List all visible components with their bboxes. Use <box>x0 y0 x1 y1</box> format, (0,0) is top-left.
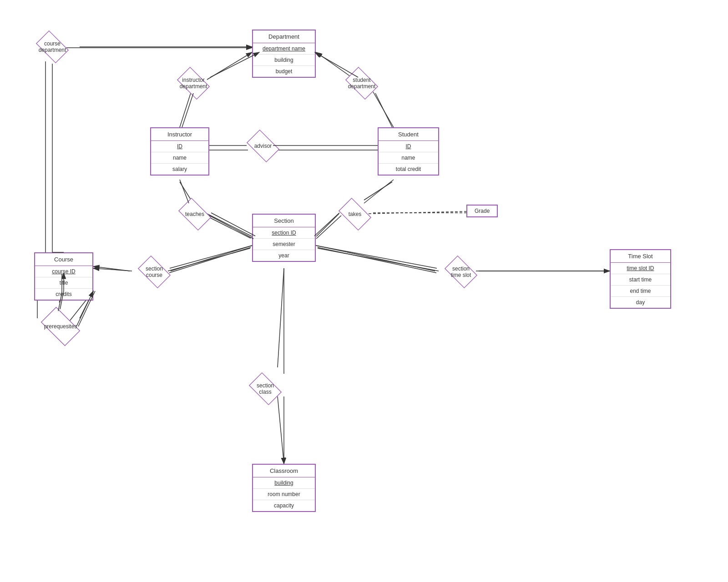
course-attr-id: course ID <box>35 266 92 277</box>
student-dept-diamond: studentdepartment <box>337 67 387 99</box>
section-entity: Section section ID semester year <box>252 214 316 262</box>
course-attr-credits: credits <box>35 289 92 300</box>
student-title: Student <box>379 128 438 141</box>
timeslot-attr-end: end time <box>611 286 670 297</box>
timeslot-attr-start: start time <box>611 274 670 286</box>
er-diagram: Department department name building budg… <box>0 0 728 582</box>
classroom-attr-room: room number <box>253 489 315 500</box>
teaches-diamond: teaches <box>172 199 217 229</box>
instructor-attr-id: ID <box>151 141 208 152</box>
classroom-title: Classroom <box>253 465 315 477</box>
instructor-title: Instructor <box>151 128 208 141</box>
svg-line-50 <box>316 246 437 268</box>
course-entity: Course course ID title credits <box>34 252 93 301</box>
takes-diamond: takes <box>332 199 378 229</box>
timeslot-title: Time Slot <box>611 250 670 263</box>
timeslot-attr-day: day <box>611 297 670 308</box>
instructor-attr-salary: salary <box>151 164 208 175</box>
classroom-attr-cap: capacity <box>253 500 315 511</box>
svg-line-48 <box>168 248 250 271</box>
svg-line-17 <box>171 246 252 271</box>
classroom-attr-building: building <box>253 477 315 489</box>
instructor-dept-diamond: instructordepartment <box>168 67 218 99</box>
svg-line-49 <box>93 268 132 271</box>
svg-line-19 <box>93 266 130 271</box>
dept-attr-name: department name <box>253 43 315 55</box>
svg-line-24 <box>278 396 284 464</box>
timeslot-attr-id: time slot ID <box>611 263 670 274</box>
svg-line-21 <box>318 247 436 273</box>
prereqs-diamond: prerequesites <box>31 309 90 343</box>
svg-line-47 <box>170 246 252 268</box>
svg-line-14 <box>364 182 392 200</box>
section-attr-semester: semester <box>253 239 315 250</box>
student-attr-name: name <box>379 152 438 164</box>
student-entity: Student ID name total credit <box>378 127 439 176</box>
dept-attr-building: building <box>253 55 315 66</box>
section-timeslot-diamond: sectiontime slot <box>436 256 486 288</box>
course-dept-diamond: coursedepartment <box>27 31 77 63</box>
svg-line-23 <box>278 268 284 367</box>
svg-line-18 <box>169 247 251 273</box>
student-attr-credit: total credit <box>379 164 438 175</box>
section-attr-year: year <box>253 250 315 261</box>
svg-line-11 <box>180 182 191 200</box>
svg-line-46 <box>369 211 466 214</box>
department-title: Department <box>253 30 315 43</box>
dept-attr-budget: budget <box>253 66 315 77</box>
instructor-attr-name: name <box>151 152 208 164</box>
svg-line-20 <box>316 246 435 271</box>
classroom-entity: Classroom building room number capacity <box>252 464 316 512</box>
course-title: Course <box>35 253 92 266</box>
department-entity: Department department name building budg… <box>252 30 316 78</box>
section-title: Section <box>253 215 315 227</box>
section-course-diamond: sectioncourse <box>129 256 179 288</box>
grade-entity: Grade <box>466 205 498 217</box>
section-class-diamond: sectionclass <box>240 373 290 405</box>
student-attr-id: ID <box>379 141 438 152</box>
svg-line-42 <box>211 213 255 236</box>
timeslot-entity: Time Slot time slot ID start time end ti… <box>610 249 671 309</box>
instructor-entity: Instructor ID name salary <box>150 127 209 176</box>
svg-line-51 <box>318 248 439 271</box>
advisor-diamond: advisor <box>240 131 286 161</box>
course-attr-title: title <box>35 277 92 289</box>
section-attr-id: section ID <box>253 227 315 239</box>
